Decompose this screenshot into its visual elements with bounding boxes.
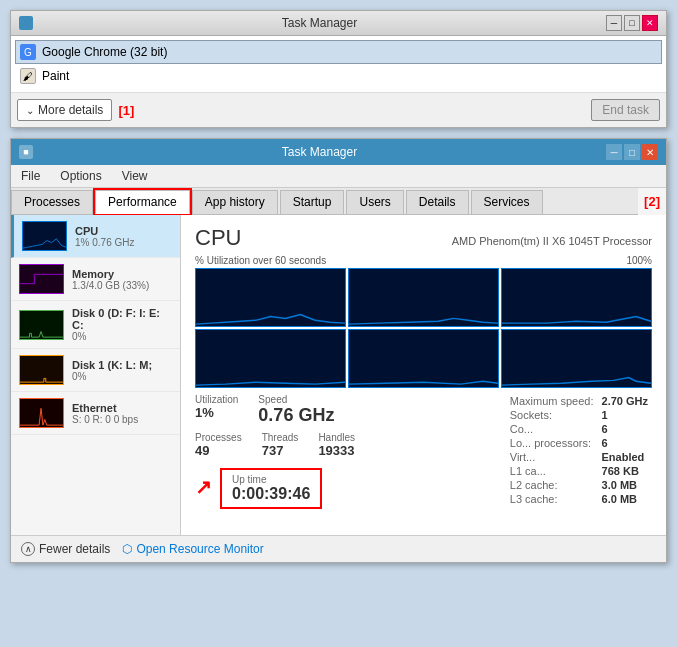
disk1-mini-chart: [19, 355, 64, 385]
stat-cores: Co... 6: [506, 422, 652, 436]
stats-section: Utilization 1% Speed 0.76 GHz Processes …: [195, 394, 652, 509]
annotation-1: [1]: [118, 103, 134, 118]
mem-mini-chart: [19, 264, 64, 294]
tab-startup[interactable]: Startup: [280, 190, 345, 214]
svg-rect-9: [349, 330, 498, 387]
tab-processes[interactable]: Processes: [11, 190, 93, 214]
cpu-graph-4: [348, 329, 499, 388]
tab-performance[interactable]: Performance: [95, 190, 190, 214]
paint-process-name: Paint: [42, 69, 69, 83]
stat-threads: Threads 737: [262, 432, 299, 458]
menu-view[interactable]: View: [116, 167, 154, 185]
main-titlebar: ■ Task Manager ─ □ ✕: [11, 139, 666, 165]
tab-app-history[interactable]: App history: [192, 190, 278, 214]
eth-label: Ethernet: [72, 402, 138, 414]
tab-details[interactable]: Details: [406, 190, 469, 214]
sidebar-item-memory[interactable]: Memory 1.3/4.0 GB (33%): [11, 258, 180, 301]
left-stats: Utilization 1% Speed 0.76 GHz Processes …: [195, 394, 476, 509]
main-task-manager-window: ■ Task Manager ─ □ ✕ File Options View P…: [10, 138, 667, 563]
cpu-panel: CPU AMD Phenom(tm) II X6 1045T Processor…: [181, 215, 666, 535]
cpu-graph-0: [195, 268, 346, 327]
chrome-process-name: Google Chrome (32 bit): [42, 45, 167, 59]
annotation-2: [2]: [638, 190, 666, 213]
top-actions-bar: ⌄ More details [1] End task: [11, 92, 666, 127]
svg-rect-3: [20, 356, 63, 384]
stats-row-2: Processes 49 Threads 737 Handles 19333: [195, 432, 476, 458]
disk0-value: 0%: [72, 331, 172, 342]
cpu-graph-5: [501, 329, 652, 388]
cpu-label: CPU: [75, 225, 134, 237]
cpu-graph-2: [501, 268, 652, 327]
stat-speed: Speed 0.76 GHz: [258, 394, 334, 426]
cpu-title: CPU: [195, 225, 241, 251]
minimize-btn-top[interactable]: ─: [606, 15, 622, 31]
close-btn-top[interactable]: ✕: [642, 15, 658, 31]
chevron-up-icon: ∧: [21, 542, 35, 556]
disk0-mini-chart: [19, 310, 64, 340]
resource-monitor-icon: ⬡: [122, 542, 132, 556]
maximize-btn-top[interactable]: □: [624, 15, 640, 31]
cpu-graph-label: % Utilization over 60 seconds 100%: [195, 255, 652, 266]
cpu-model: AMD Phenom(tm) II X6 1045T Processor: [452, 235, 652, 247]
disk1-value: 0%: [72, 371, 152, 382]
bottom-bar: ∧ Fewer details ⬡ Open Resource Monitor: [11, 535, 666, 562]
cpu-graph-1: [348, 268, 499, 327]
open-resource-monitor-link[interactable]: ⬡ Open Resource Monitor: [122, 542, 263, 556]
stat-logical: Lo... processors: 6: [506, 436, 652, 450]
svg-rect-2: [20, 311, 63, 339]
sidebar-item-cpu[interactable]: CPU 1% 0.76 GHz: [11, 215, 180, 258]
stat-l2: L2 cache: 3.0 MB: [506, 478, 652, 492]
stats-row-1: Utilization 1% Speed 0.76 GHz: [195, 394, 476, 426]
window-icon: ■: [19, 145, 33, 159]
content-area: CPU 1% 0.76 GHz Memory 1.3/4.0 GB (33%): [11, 215, 666, 535]
more-details-button[interactable]: ⌄ More details: [17, 99, 112, 121]
top-titlebar-controls: ─ □ ✕: [606, 15, 658, 31]
close-btn-main[interactable]: ✕: [642, 144, 658, 160]
top-window-title: Task Manager: [33, 16, 606, 30]
mem-value: 1.3/4.0 GB (33%): [72, 280, 149, 291]
sidebar-item-disk1[interactable]: Disk 1 (K: L: M; 0%: [11, 349, 180, 392]
eth-mini-chart: [19, 398, 64, 428]
minimize-btn-main[interactable]: ─: [606, 144, 622, 160]
mem-label: Memory: [72, 268, 149, 280]
main-titlebar-controls: ─ □ ✕: [606, 144, 658, 160]
process-chrome[interactable]: G Google Chrome (32 bit): [15, 40, 662, 64]
menu-options[interactable]: Options: [54, 167, 107, 185]
stat-handles: Handles 19333: [318, 432, 355, 458]
cpu-header: CPU AMD Phenom(tm) II X6 1045T Processor: [195, 225, 652, 251]
cpu-graph-3: [195, 329, 346, 388]
sidebar-item-ethernet[interactable]: Ethernet S: 0 R: 0 0 bps: [11, 392, 180, 435]
menu-bar: File Options View: [11, 165, 666, 188]
svg-rect-0: [23, 222, 66, 250]
tab-users[interactable]: Users: [346, 190, 403, 214]
tab-row: Processes Performance App history Startu…: [11, 188, 666, 215]
stat-utilization: Utilization 1%: [195, 394, 238, 426]
uptime-row: ↗ Up time 0:00:39:46: [195, 464, 476, 509]
stat-virt: Virt... Enabled: [506, 450, 652, 464]
uptime-box: Up time 0:00:39:46: [220, 468, 322, 509]
svg-rect-8: [196, 330, 345, 387]
end-task-button[interactable]: End task: [591, 99, 660, 121]
svg-rect-10: [502, 330, 651, 387]
fewer-details-button[interactable]: ∧ Fewer details: [21, 542, 110, 556]
chevron-down-icon: ⌄: [26, 105, 34, 116]
sidebar-item-disk0[interactable]: Disk 0 (D: F: I: E: C: 0%: [11, 301, 180, 349]
eth-value: S: 0 R: 0 0 bps: [72, 414, 138, 425]
process-list: G Google Chrome (32 bit) 🖌 Paint: [11, 36, 666, 92]
disk0-label: Disk 0 (D: F: I: E: C:: [72, 307, 172, 331]
disk1-label: Disk 1 (K: L: M;: [72, 359, 152, 371]
cpu-value: 1% 0.76 GHz: [75, 237, 134, 248]
stat-processes: Processes 49: [195, 432, 242, 458]
svg-rect-6: [349, 269, 498, 326]
sidebar: CPU 1% 0.76 GHz Memory 1.3/4.0 GB (33%): [11, 215, 181, 535]
menu-file[interactable]: File: [15, 167, 46, 185]
process-paint[interactable]: 🖌 Paint: [15, 64, 662, 88]
svg-rect-1: [20, 265, 63, 293]
annotation-3-arrow: ↗: [195, 475, 212, 499]
cpu-graphs-grid: [195, 268, 652, 388]
paint-icon: 🖌: [20, 68, 36, 84]
chrome-icon: G: [20, 44, 36, 60]
stat-sockets: Sockets: 1: [506, 408, 652, 422]
maximize-btn-main[interactable]: □: [624, 144, 640, 160]
tab-services[interactable]: Services: [471, 190, 543, 214]
